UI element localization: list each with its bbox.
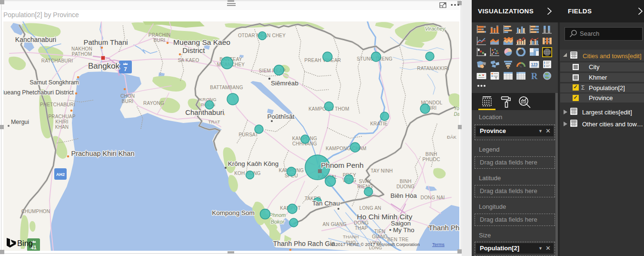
svg-text:Bing: Bing xyxy=(17,239,33,247)
svg-text:DONG NAI: DONG NAI xyxy=(420,195,445,200)
svg-text:CHON: CHON xyxy=(120,93,135,99)
svg-text:Terms: Terms xyxy=(432,242,445,247)
svg-text:DONG: DONG xyxy=(354,220,369,225)
svg-text:GIANG: GIANG xyxy=(372,234,387,239)
svg-text:Phnom Penh: Phnom Penh xyxy=(321,161,364,169)
svg-text:CHUMPHON: CHUMPHON xyxy=(21,209,50,214)
svg-text:Biên Hòa: Biên Hòa xyxy=(390,192,417,199)
svg-text:Mueang Sa Kaeo: Mueang Sa Kaeo xyxy=(173,38,230,46)
svg-text:THAP: THAP xyxy=(355,225,368,231)
svg-text:RATANAKKIRI: RATANAKKIRI xyxy=(417,66,449,71)
svg-text:Poŭthĭsăt: Poŭthĭsăt xyxy=(267,113,294,120)
svg-text:TRAT: TRAT xyxy=(208,119,220,124)
svg-text:KAMPONG CHAM: KAMPONG CHAM xyxy=(326,146,367,151)
svg-text:PRACHIN: PRACHIN xyxy=(149,32,170,38)
svg-text:Chanthaburi: Chanthaburi xyxy=(185,108,224,116)
svg-text:© 2017 HERE © 2017 Microsoft C: © 2017 HERE © 2017 Microsoft Corporation xyxy=(331,242,420,247)
svg-text:Phnom: Phnom xyxy=(269,212,286,218)
svg-text:Prachuap Khiri Khan: Prachuap Khiri Khan xyxy=(71,150,135,157)
svg-text:TAY NINH: TAY NINH xyxy=(371,168,393,174)
svg-text:PURSAT: PURSAT xyxy=(238,132,258,137)
svg-text:7: 7 xyxy=(124,66,127,72)
svg-text:Pathum Thani: Pathum Thani xyxy=(83,38,128,46)
svg-text:NAKHON: NAKHON xyxy=(71,46,92,51)
svg-text:Samut Songkhram: Samut Songkhram xyxy=(30,79,79,86)
svg-text:Kompong Som: Kompong Som xyxy=(212,209,254,216)
svg-text:SA KAEO: SA KAEO xyxy=(178,58,199,63)
svg-text:RATCHABURI: RATCHABURI xyxy=(41,58,73,63)
svg-text:BURI: BURI xyxy=(154,38,166,43)
svg-text:PHUOC: PHUOC xyxy=(422,157,440,162)
svg-text:PRACHUAP: PRACHUAP xyxy=(48,114,75,119)
svg-text:KHIRI: KHIRI xyxy=(55,119,69,124)
svg-text:Da: Da xyxy=(454,112,459,117)
svg-text:THANH: THANH xyxy=(343,234,359,239)
svg-text:Thanh Pho Rach Gia: Thanh Pho Rach Gia xyxy=(273,240,336,247)
svg-text:KHAN: KHAN xyxy=(55,124,69,130)
svg-text:Krŏng Kaôh Kŏng: Krŏng Kaôh Kŏng xyxy=(228,160,279,167)
svg-text:DUONG: DUONG xyxy=(396,184,415,189)
svg-text:KRATIE: KRATIE xyxy=(370,121,388,126)
svg-text:SVAY: SVAY xyxy=(359,179,371,184)
svg-text:123: 123 xyxy=(531,62,537,67)
svg-text:BURI: BURI xyxy=(122,99,134,104)
svg-text:Yo: Yo xyxy=(454,106,459,111)
svg-text:Virachey: Virachey xyxy=(425,26,446,31)
svg-text:PHETCHABURI: PHETCHABURI xyxy=(40,102,75,107)
svg-text:• My Tho: • My Tho xyxy=(389,226,414,234)
svg-text:Bangkok: Bangkok xyxy=(88,61,120,71)
svg-text:AH2: AH2 xyxy=(56,172,65,177)
svg-text:Kanchanaburi: Kanchanaburi xyxy=(15,36,56,43)
svg-text:BATTAMBANG: BATTAMBANG xyxy=(210,85,243,90)
svg-text:AN GIANG: AN GIANG xyxy=(323,222,347,227)
svg-text:R: R xyxy=(531,72,538,80)
svg-text:Bokor: Bokor xyxy=(271,219,285,225)
svg-text:TIEN: TIEN xyxy=(374,229,386,234)
svg-text:Mergui: Mergui xyxy=(11,119,29,125)
svg-text:District: District xyxy=(182,46,205,54)
svg-text:BINH: BINH xyxy=(426,152,437,157)
svg-text:RAYONG: RAYONG xyxy=(143,101,164,106)
svg-text:ĐĂK: ĐĂK xyxy=(447,134,457,140)
svg-text:Thanh Pho: Thanh Pho xyxy=(428,224,459,232)
svg-text:PATHOM: PATHOM xyxy=(72,51,92,57)
svg-text:lueang Phetchaburi District: lueang Phetchaburi District xyxy=(3,89,74,96)
svg-text:Siĕmréab: Siĕmréab xyxy=(271,80,298,87)
svg-text:Tan Chau: Tan Chau xyxy=(312,200,340,207)
svg-text:BINH: BINH xyxy=(400,179,412,184)
svg-text:LONG AN: LONG AN xyxy=(359,205,381,211)
svg-text:Saigon: Saigon xyxy=(391,220,411,227)
